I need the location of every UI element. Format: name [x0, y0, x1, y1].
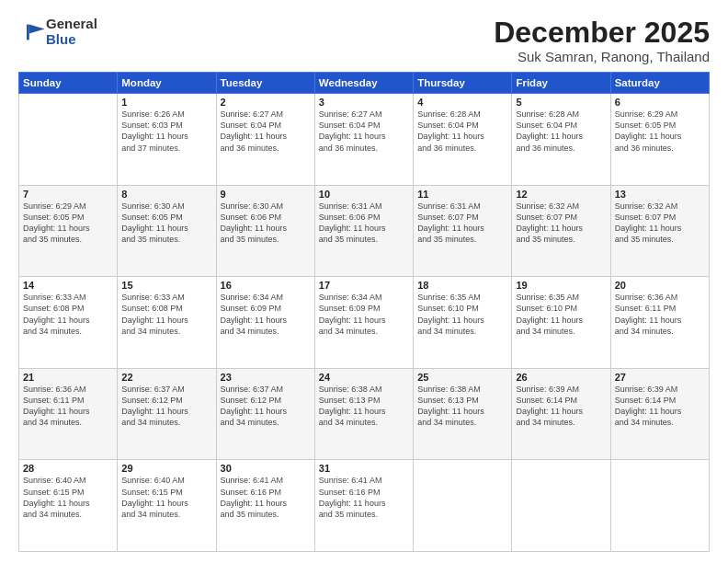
calendar-cell: 15Sunrise: 6:33 AM Sunset: 6:08 PM Dayli…: [118, 277, 216, 369]
cell-info: Sunrise: 6:38 AM Sunset: 6:13 PM Dayligh…: [319, 384, 409, 429]
calendar-cell: 9Sunrise: 6:30 AM Sunset: 6:06 PM Daylig…: [216, 185, 314, 277]
week-row-1: 1Sunrise: 6:26 AM Sunset: 6:03 PM Daylig…: [19, 94, 710, 186]
cell-info: Sunrise: 6:41 AM Sunset: 6:16 PM Dayligh…: [319, 475, 409, 520]
calendar-cell: 24Sunrise: 6:38 AM Sunset: 6:13 PM Dayli…: [314, 368, 413, 460]
cell-info: Sunrise: 6:41 AM Sunset: 6:16 PM Dayligh…: [221, 475, 311, 520]
day-number: 27: [615, 372, 705, 383]
cell-info: Sunrise: 6:37 AM Sunset: 6:12 PM Dayligh…: [121, 384, 211, 429]
calendar-cell: 27Sunrise: 6:39 AM Sunset: 6:14 PM Dayli…: [610, 368, 709, 460]
day-number: 26: [516, 372, 606, 383]
cell-info: Sunrise: 6:26 AM Sunset: 6:03 PM Dayligh…: [121, 109, 211, 154]
day-number: 2: [221, 97, 311, 108]
cell-info: Sunrise: 6:35 AM Sunset: 6:10 PM Dayligh…: [516, 292, 606, 337]
cell-info: Sunrise: 6:30 AM Sunset: 6:06 PM Dayligh…: [221, 201, 311, 246]
day-number: 12: [516, 189, 606, 200]
day-number: 29: [121, 463, 211, 474]
day-number: 7: [23, 189, 113, 200]
calendar-cell: 13Sunrise: 6:32 AM Sunset: 6:07 PM Dayli…: [610, 185, 709, 277]
cell-info: Sunrise: 6:29 AM Sunset: 6:05 PM Dayligh…: [23, 201, 113, 246]
cell-info: Sunrise: 6:32 AM Sunset: 6:07 PM Dayligh…: [615, 201, 705, 246]
cell-info: Sunrise: 6:27 AM Sunset: 6:04 PM Dayligh…: [221, 109, 311, 154]
logo-general: General: [46, 16, 97, 31]
calendar-cell: 5Sunrise: 6:28 AM Sunset: 6:04 PM Daylig…: [512, 94, 610, 186]
calendar-cell: 23Sunrise: 6:37 AM Sunset: 6:12 PM Dayli…: [216, 368, 314, 460]
cell-info: Sunrise: 6:40 AM Sunset: 6:15 PM Dayligh…: [121, 475, 211, 520]
calendar-cell: 17Sunrise: 6:34 AM Sunset: 6:09 PM Dayli…: [314, 277, 413, 369]
day-number: 6: [615, 97, 705, 108]
calendar-cell: 19Sunrise: 6:35 AM Sunset: 6:10 PM Dayli…: [512, 277, 610, 369]
logo-text: GeneralBlue: [46, 17, 97, 47]
cell-info: Sunrise: 6:28 AM Sunset: 6:04 PM Dayligh…: [516, 109, 606, 154]
subtitle: Suk Samran, Ranong, Thailand: [494, 49, 710, 64]
day-number: 14: [23, 280, 113, 291]
week-row-5: 28Sunrise: 6:40 AM Sunset: 6:15 PM Dayli…: [19, 460, 710, 552]
svg-marker-0: [29, 24, 45, 33]
week-row-2: 7Sunrise: 6:29 AM Sunset: 6:05 PM Daylig…: [19, 185, 710, 277]
cell-info: Sunrise: 6:34 AM Sunset: 6:09 PM Dayligh…: [319, 292, 409, 337]
cell-info: Sunrise: 6:40 AM Sunset: 6:15 PM Dayligh…: [23, 475, 113, 520]
day-number: 23: [221, 372, 311, 383]
cell-info: Sunrise: 6:33 AM Sunset: 6:08 PM Dayligh…: [23, 292, 113, 337]
cell-info: Sunrise: 6:38 AM Sunset: 6:13 PM Dayligh…: [417, 384, 507, 429]
calendar-cell: 29Sunrise: 6:40 AM Sunset: 6:15 PM Dayli…: [118, 460, 216, 552]
week-row-4: 21Sunrise: 6:36 AM Sunset: 6:11 PM Dayli…: [19, 368, 710, 460]
cell-info: Sunrise: 6:39 AM Sunset: 6:14 PM Dayligh…: [615, 384, 705, 429]
calendar-cell: 4Sunrise: 6:28 AM Sunset: 6:04 PM Daylig…: [414, 94, 512, 186]
calendar-cell: 30Sunrise: 6:41 AM Sunset: 6:16 PM Dayli…: [216, 460, 314, 552]
calendar-cell: 2Sunrise: 6:27 AM Sunset: 6:04 PM Daylig…: [216, 94, 314, 186]
calendar-cell: 11Sunrise: 6:31 AM Sunset: 6:07 PM Dayli…: [414, 185, 512, 277]
day-number: 5: [516, 97, 606, 108]
cell-info: Sunrise: 6:36 AM Sunset: 6:11 PM Dayligh…: [615, 292, 705, 337]
calendar-cell: 1Sunrise: 6:26 AM Sunset: 6:03 PM Daylig…: [118, 94, 216, 186]
calendar-cell: 10Sunrise: 6:31 AM Sunset: 6:06 PM Dayli…: [314, 185, 413, 277]
cell-info: Sunrise: 6:33 AM Sunset: 6:08 PM Dayligh…: [121, 292, 211, 337]
calendar-cell: 18Sunrise: 6:35 AM Sunset: 6:10 PM Dayli…: [414, 277, 512, 369]
calendar-cell: 22Sunrise: 6:37 AM Sunset: 6:12 PM Dayli…: [118, 368, 216, 460]
day-number: 15: [121, 280, 211, 291]
day-number: 20: [615, 280, 705, 291]
day-number: 25: [417, 372, 507, 383]
calendar-cell: [414, 460, 512, 552]
cell-info: Sunrise: 6:32 AM Sunset: 6:07 PM Dayligh…: [516, 201, 606, 246]
day-number: 17: [319, 280, 409, 291]
cell-info: Sunrise: 6:36 AM Sunset: 6:11 PM Dayligh…: [23, 384, 113, 429]
logo-icon: [20, 19, 46, 45]
day-number: 4: [417, 97, 507, 108]
header-row: SundayMondayTuesdayWednesdayThursdayFrid…: [19, 73, 710, 94]
day-number: 31: [319, 463, 409, 474]
calendar-cell: 16Sunrise: 6:34 AM Sunset: 6:09 PM Dayli…: [216, 277, 314, 369]
cell-info: Sunrise: 6:37 AM Sunset: 6:12 PM Dayligh…: [221, 384, 311, 429]
calendar-cell: 21Sunrise: 6:36 AM Sunset: 6:11 PM Dayli…: [19, 368, 118, 460]
calendar-cell: 25Sunrise: 6:38 AM Sunset: 6:13 PM Dayli…: [414, 368, 512, 460]
calendar-cell: 14Sunrise: 6:33 AM Sunset: 6:08 PM Dayli…: [19, 277, 118, 369]
day-number: 3: [319, 97, 409, 108]
day-number: 11: [417, 189, 507, 200]
cell-info: Sunrise: 6:30 AM Sunset: 6:05 PM Dayligh…: [121, 201, 211, 246]
svg-rect-1: [27, 24, 29, 40]
main-title: December 2025: [494, 17, 710, 49]
calendar-cell: 28Sunrise: 6:40 AM Sunset: 6:15 PM Dayli…: [19, 460, 118, 552]
calendar-cell: [610, 460, 709, 552]
day-number: 10: [319, 189, 409, 200]
page: GeneralBlue December 2025 Suk Samran, Ra…: [0, 0, 728, 563]
cell-info: Sunrise: 6:35 AM Sunset: 6:10 PM Dayligh…: [417, 292, 507, 337]
day-number: 24: [319, 372, 409, 383]
day-number: 1: [121, 97, 211, 108]
day-number: 19: [516, 280, 606, 291]
calendar-cell: [19, 94, 118, 186]
cell-info: Sunrise: 6:28 AM Sunset: 6:04 PM Dayligh…: [417, 109, 507, 154]
day-number: 16: [221, 280, 311, 291]
calendar-cell: 7Sunrise: 6:29 AM Sunset: 6:05 PM Daylig…: [19, 185, 118, 277]
day-number: 21: [23, 372, 113, 383]
title-block: December 2025 Suk Samran, Ranong, Thaila…: [494, 17, 710, 64]
calendar-table: SundayMondayTuesdayWednesdayThursdayFrid…: [18, 72, 710, 552]
col-header-saturday: Saturday: [610, 73, 709, 94]
calendar-cell: 20Sunrise: 6:36 AM Sunset: 6:11 PM Dayli…: [610, 277, 709, 369]
header: GeneralBlue December 2025 Suk Samran, Ra…: [18, 17, 710, 64]
cell-info: Sunrise: 6:27 AM Sunset: 6:04 PM Dayligh…: [319, 109, 409, 154]
cell-info: Sunrise: 6:39 AM Sunset: 6:14 PM Dayligh…: [516, 384, 606, 429]
col-header-monday: Monday: [118, 73, 216, 94]
calendar-cell: [512, 460, 610, 552]
logo-blue: Blue: [46, 31, 76, 47]
cell-info: Sunrise: 6:29 AM Sunset: 6:05 PM Dayligh…: [615, 109, 705, 154]
